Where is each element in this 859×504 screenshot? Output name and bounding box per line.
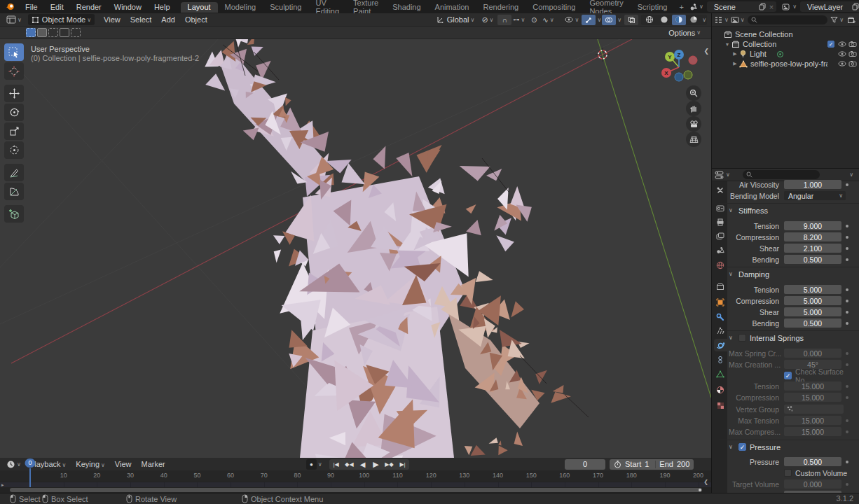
number-field-compression[interactable]: 5.000 xyxy=(784,296,841,305)
select-mode-subtract[interactable] xyxy=(48,28,58,37)
menu-file[interactable]: File xyxy=(19,3,44,11)
snap-target-dropdown[interactable]: ⊘∨ xyxy=(478,14,497,25)
outliner-search-input[interactable] xyxy=(748,15,827,24)
select-mode-extend[interactable] xyxy=(37,28,47,37)
outliner-row-collection[interactable]: ▼Collection✓ xyxy=(712,39,859,49)
workspace-tab-compositing[interactable]: Compositing xyxy=(525,2,582,13)
viewport-menu-add[interactable]: Add xyxy=(156,15,180,24)
outliner-row-light[interactable]: ▶Light xyxy=(712,49,859,59)
hide-in-viewport-toggle[interactable] xyxy=(837,59,847,69)
disclosure-closed[interactable]: ▶ xyxy=(731,61,738,66)
tool-measure[interactable] xyxy=(4,183,24,200)
animate-property-dot[interactable] xyxy=(846,385,848,388)
tool-add-cube[interactable] xyxy=(4,205,24,223)
shading-wireframe-button[interactable] xyxy=(642,15,657,25)
shading-settings-chevron[interactable]: ∨ xyxy=(702,17,706,23)
animate-property-dot[interactable] xyxy=(846,363,848,366)
options-dropdown[interactable]: Options∨ xyxy=(665,27,704,38)
show-overlays-toggle[interactable] xyxy=(602,15,616,25)
properties-tab-output[interactable] xyxy=(713,216,727,228)
outliner-filter-dropdown[interactable]: ∨ xyxy=(830,16,844,23)
tool-cursor[interactable] xyxy=(4,62,24,80)
select-mode-new[interactable] xyxy=(26,28,36,37)
shading-material-button[interactable] xyxy=(672,15,686,25)
animate-property-dot[interactable] xyxy=(846,225,848,227)
disclosure-closed[interactable]: ▶ xyxy=(731,51,738,57)
orthographic-toggle-button[interactable] xyxy=(686,132,701,147)
tool-rotate[interactable] xyxy=(4,104,24,121)
tool-move[interactable] xyxy=(4,85,24,102)
sidebar-collapse-arrow[interactable]: ❮ xyxy=(703,48,709,55)
timeline-ruler[interactable]: 1020304050607080901001101201301401501601… xyxy=(0,470,711,482)
dropdown-bending-model[interactable]: Angular∨ xyxy=(784,191,846,200)
number-field-tension[interactable]: 15.000 xyxy=(784,382,841,391)
animate-property-dot[interactable] xyxy=(846,322,848,325)
pan-view-button[interactable] xyxy=(686,101,701,116)
menu-render[interactable]: Render xyxy=(70,3,108,11)
overlays-settings-chevron[interactable]: ∨ xyxy=(617,17,621,23)
number-field-target-volume[interactable]: 0.000 xyxy=(784,479,841,489)
play-reverse-button[interactable]: ◀ xyxy=(356,461,369,468)
outliner-row-selfie-pose-low-poly-fragme[interactable]: ▶selfie-pose-low-poly-fragme xyxy=(712,59,859,69)
hide-in-viewport-toggle[interactable] xyxy=(837,39,847,49)
properties-tab-constraints[interactable] xyxy=(713,354,727,366)
copy-icon[interactable] xyxy=(759,3,767,10)
jump-to-start-button[interactable]: |◀ xyxy=(329,461,343,468)
outliner-row-scene-collection[interactable]: Scene Collection xyxy=(712,29,859,39)
current-frame-field[interactable]: 0 xyxy=(565,459,605,470)
copy-icon[interactable] xyxy=(852,3,859,10)
vertex-group-field-vertex-group[interactable] xyxy=(784,405,844,414)
workspace-tab-layout[interactable]: Layout xyxy=(181,2,218,13)
3d-viewport[interactable]: User Perspective (0) Collection | selfie… xyxy=(0,39,711,458)
mode-dropdown[interactable]: Object Mode∨ xyxy=(28,14,95,25)
number-field-compression[interactable]: 8.200 xyxy=(784,232,841,241)
properties-options-chevron[interactable]: ∨ xyxy=(849,172,853,178)
animate-property-dot[interactable] xyxy=(846,236,848,239)
start-value[interactable]: 1 xyxy=(645,460,649,468)
animate-property-dot[interactable] xyxy=(846,258,848,261)
number-field-tension[interactable]: 9.000 xyxy=(784,221,841,230)
properties-tab-tool[interactable] xyxy=(713,185,727,197)
properties-tab-texture[interactable] xyxy=(713,399,727,412)
blender-logo-icon[interactable] xyxy=(6,2,15,11)
proportional-editing-toggle[interactable]: ⊙ xyxy=(527,15,541,25)
workspace-tab-sculpting[interactable]: Sculpting xyxy=(263,2,308,13)
show-gizmo-toggle[interactable] xyxy=(582,15,596,25)
tool-select-box[interactable] xyxy=(4,43,24,61)
disable-in-renders-toggle[interactable] xyxy=(848,49,858,59)
animate-property-dot[interactable] xyxy=(846,483,848,486)
select-mode-intersect[interactable] xyxy=(71,28,81,37)
number-field-pressure[interactable]: 0.500 xyxy=(784,457,841,466)
outliner-filter-id-dropdown[interactable]: ∨ xyxy=(731,16,745,24)
disable-in-renders-toggle[interactable] xyxy=(848,39,858,49)
checkbox-check-surface-no-[interactable]: ✓ xyxy=(784,372,792,379)
unlink-icon[interactable]: × xyxy=(769,3,774,11)
object-type-visibility-dropdown[interactable]: ∨ xyxy=(563,14,582,25)
tool-annotate[interactable] xyxy=(4,164,24,181)
transform-orientation-dropdown[interactable]: Global∨ xyxy=(433,14,479,25)
number-field-bending[interactable]: 0.500 xyxy=(784,255,841,264)
animate-property-dot[interactable] xyxy=(846,247,848,250)
checkbox-custom-volume[interactable] xyxy=(784,469,792,477)
end-value[interactable]: 200 xyxy=(677,460,689,468)
scrollbar-handle[interactable] xyxy=(10,488,702,492)
scene-selector[interactable]: Scene × xyxy=(707,1,776,12)
properties-editor-type-button[interactable]: ∨ xyxy=(715,171,730,179)
number-field-bending[interactable]: 0.500 xyxy=(784,318,841,328)
animate-property-dot[interactable] xyxy=(846,461,848,463)
collection-checkbox[interactable]: ✓ xyxy=(826,39,836,49)
tool-transform[interactable] xyxy=(4,141,24,159)
animate-property-dot[interactable] xyxy=(846,311,848,314)
number-field-shear[interactable]: 5.000 xyxy=(784,307,841,316)
number-field-compression[interactable]: 15.000 xyxy=(784,393,841,402)
number-field-shear[interactable]: 2.100 xyxy=(784,244,841,253)
snap-settings[interactable]: ⊶∨ xyxy=(511,14,526,25)
workspace-tab-animation[interactable]: Animation xyxy=(428,2,476,13)
menu-window[interactable]: Window xyxy=(108,3,148,11)
timeline-editor-type-button[interactable]: ∨ xyxy=(3,458,25,470)
new-collection-button[interactable] xyxy=(847,16,855,24)
viewlayer-selector[interactable]: ViewLayer × xyxy=(800,1,859,12)
chevron-down-icon[interactable]: ∨ xyxy=(729,207,738,214)
properties-tab-data[interactable] xyxy=(713,368,727,380)
select-mode-invert[interactable] xyxy=(60,28,69,37)
